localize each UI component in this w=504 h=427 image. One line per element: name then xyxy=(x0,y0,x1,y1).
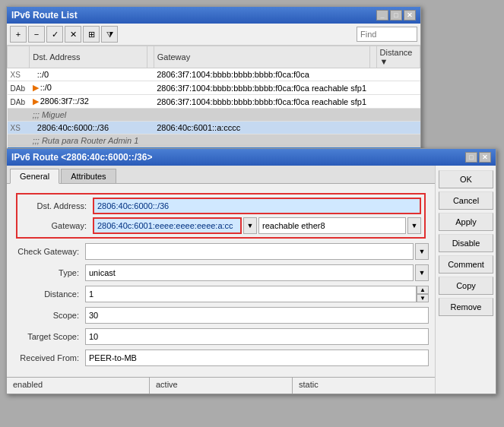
route-detail-title: IPv6 Route <2806:40c:6000::/36> xyxy=(11,152,152,163)
row-flag: DAb xyxy=(8,81,30,95)
table-row[interactable]: DAb ▶::/0 2806:3f7:1004:bbbb:bbbb:bbbb:f… xyxy=(8,81,420,95)
detail-content: General Attributes Dst. Address: Gateway… xyxy=(7,166,496,394)
gateway-dropdown-btn[interactable]: ▼ xyxy=(243,217,257,234)
cancel-button[interactable]: Cancel xyxy=(439,191,493,210)
row-gateway: 2806:3f7:1004:bbbb:bbbb:bbbb:f0ca:f0ca r… xyxy=(154,95,369,109)
form-area: Dst. Address: Gateway: ▼ ▼ Ch xyxy=(7,184,435,377)
col-sort-gw xyxy=(369,46,376,68)
table-row-section: ;;; Ruta para Router Admin 1 xyxy=(8,134,420,147)
filter-button[interactable]: ⧩ xyxy=(101,26,118,43)
add-button[interactable]: + xyxy=(10,26,27,43)
distance-spin-group: ▲ ▼ xyxy=(85,286,429,302)
find-input[interactable] xyxy=(357,27,417,42)
disable-button[interactable]: Disable xyxy=(439,234,493,252)
route-list-title: IPv6 Route List xyxy=(11,10,78,21)
check-gateway-label: Check Gateway: xyxy=(13,247,85,256)
route-table: Dst. Address Gateway Distance ▼ XS ::/0 … xyxy=(7,46,420,161)
required-fields-group: Dst. Address: Gateway: ▼ ▼ xyxy=(16,193,426,239)
route-list-title-bar: IPv6 Route List _ □ ✕ xyxy=(7,7,420,24)
gateway-input[interactable] xyxy=(93,217,242,234)
route-detail-window: IPv6 Route <2806:40c:6000::/36> □ ✕ Gene… xyxy=(6,148,496,394)
distance-spin-down[interactable]: ▼ xyxy=(417,294,429,302)
table-row[interactable]: DAb ▶2806:3f7::/32 2806:3f7:1004:bbbb:bb… xyxy=(8,95,420,109)
comment-button[interactable]: Comment xyxy=(439,255,493,274)
status-bar: enabled active static xyxy=(7,377,435,394)
maximize-button[interactable]: □ xyxy=(390,10,402,21)
close-button[interactable]: ✕ xyxy=(404,10,416,21)
gateway-row: Gateway: ▼ ▼ xyxy=(21,217,421,234)
status-static: static xyxy=(293,378,435,394)
scope-label: Scope: xyxy=(13,311,85,320)
col-dst[interactable]: Dst. Address xyxy=(30,46,147,68)
distance-row: Distance: ▲ ▼ xyxy=(13,286,429,302)
detail-close-button[interactable]: ✕ xyxy=(479,152,491,163)
toolbar: + − ✓ ✕ ⊞ ⧩ xyxy=(7,24,420,46)
check-button[interactable]: ✓ xyxy=(46,26,63,43)
check-gateway-group: ▼ xyxy=(85,243,429,260)
type-input[interactable] xyxy=(85,264,414,281)
distance-spin-btns: ▲ ▼ xyxy=(417,286,429,302)
row-gateway: 2806:40c:6001::a:cccc xyxy=(154,122,369,134)
table-row[interactable]: XS 2806:40c:6000::/36 2806:40c:6001::a:c… xyxy=(8,122,420,134)
detail-sidebar: OK Cancel Apply Disable Comment Copy Rem… xyxy=(435,166,496,394)
target-scope-input[interactable] xyxy=(85,328,429,345)
row-dst: ▶::/0 xyxy=(30,81,147,95)
status-active: active xyxy=(150,378,293,394)
row-distance xyxy=(376,68,420,81)
row-dst: ▶2806:3f7::/32 xyxy=(30,95,147,109)
delete-button[interactable]: − xyxy=(28,26,45,43)
type-row: Type: ▼ xyxy=(13,264,429,281)
row-flag: XS xyxy=(8,68,30,81)
copy-button[interactable]: ⊞ xyxy=(83,26,100,43)
check-gateway-row: Check Gateway: ▼ xyxy=(13,243,429,260)
section-label: ;;; Miguel xyxy=(30,109,420,122)
tab-general[interactable]: General xyxy=(10,169,59,184)
scope-row: Scope: xyxy=(13,307,429,324)
remove-button[interactable]: Remove xyxy=(439,298,493,316)
detail-minimize-button[interactable]: □ xyxy=(465,152,477,163)
row-gateway: 2806:3f7:1004:bbbb:bbbb:bbbb:f0ca:f0ca r… xyxy=(154,81,369,95)
apply-button[interactable]: Apply xyxy=(439,213,493,231)
row-gateway: 2806:3f7:1004:bbbb:bbbb:bbbb:f0ca:f0ca xyxy=(154,68,369,81)
row-dst: ::/0 xyxy=(30,68,147,81)
target-scope-row: Target Scope: xyxy=(13,328,429,345)
col-gateway[interactable]: Gateway xyxy=(154,46,369,68)
row-flag: DAb xyxy=(8,95,30,109)
status-enabled: enabled xyxy=(7,378,150,394)
row-dst: 2806:40c:6000::/36 xyxy=(30,122,147,134)
detail-title-bar-buttons: □ ✕ xyxy=(465,152,491,163)
received-from-input[interactable] xyxy=(85,350,429,366)
row-flag: XS xyxy=(8,122,30,134)
received-from-row: Received From: xyxy=(13,350,429,366)
gateway-input-group: ▼ ▼ xyxy=(93,217,421,234)
title-bar-buttons: _ □ ✕ xyxy=(376,10,416,21)
distance-spin-up[interactable]: ▲ xyxy=(417,286,429,294)
type-label: Type: xyxy=(13,268,85,277)
copy-button[interactable]: Copy xyxy=(439,277,493,295)
cross-button[interactable]: ✕ xyxy=(65,26,81,43)
table-row-section: ;;; Miguel xyxy=(8,109,420,122)
tabs: General Attributes xyxy=(7,166,435,184)
table-row[interactable]: XS ::/0 2806:3f7:1004:bbbb:bbbb:bbbb:f0c… xyxy=(8,68,420,81)
route-list-window: IPv6 Route List _ □ ✕ + − ✓ ✕ ⊞ ⧩ Dst. A… xyxy=(6,6,421,162)
route-table-container: Dst. Address Gateway Distance ▼ XS ::/0 … xyxy=(7,46,420,161)
gateway-suffix-dropdown[interactable]: ▼ xyxy=(407,217,421,234)
received-from-label: Received From: xyxy=(13,353,85,362)
gateway-suffix-input[interactable] xyxy=(258,217,406,234)
ok-button[interactable]: OK xyxy=(439,170,493,188)
check-gateway-input[interactable] xyxy=(85,243,414,260)
target-scope-label: Target Scope: xyxy=(13,332,85,341)
section-label: ;;; Ruta para Router Admin 1 xyxy=(30,134,420,147)
distance-input[interactable] xyxy=(85,286,417,302)
dst-address-row: Dst. Address: xyxy=(21,198,421,214)
route-detail-title-bar: IPv6 Route <2806:40c:6000::/36> □ ✕ xyxy=(7,149,496,166)
dst-address-input[interactable] xyxy=(93,198,421,214)
scope-input[interactable] xyxy=(85,307,429,324)
detail-main: General Attributes Dst. Address: Gateway… xyxy=(7,166,435,394)
minimize-button[interactable]: _ xyxy=(376,10,388,21)
tab-attributes[interactable]: Attributes xyxy=(61,169,116,183)
type-group: ▼ xyxy=(85,264,429,281)
check-gateway-dropdown[interactable]: ▼ xyxy=(415,243,429,260)
type-dropdown[interactable]: ▼ xyxy=(415,264,429,281)
col-distance[interactable]: Distance ▼ xyxy=(376,46,420,68)
